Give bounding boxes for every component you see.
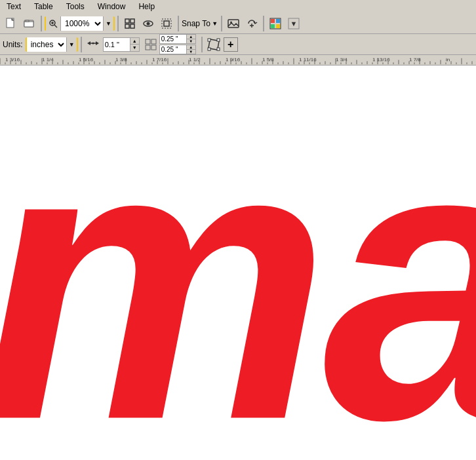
svg-rect-39	[208, 39, 210, 41]
canvas-area: main	[0, 66, 476, 460]
separator-1	[41, 16, 42, 31]
snap-values-container: ▲ ▼ ▲ ▼	[144, 34, 196, 54]
page: main	[0, 66, 476, 460]
svg-rect-13	[125, 24, 129, 28]
nudge-y-top-up[interactable]: ▲	[187, 35, 195, 39]
nudge-y-top-row: ▲ ▼	[159, 34, 196, 44]
svg-text:▼: ▼	[290, 20, 297, 28]
svg-rect-24	[271, 19, 275, 23]
nudge-y-container: ▲ ▼ ▲ ▼	[159, 34, 196, 54]
nudge-y-bottom-up[interactable]: ▲	[187, 45, 195, 50]
open-button[interactable]	[21, 15, 38, 32]
svg-rect-37	[151, 45, 156, 50]
svg-rect-6	[26, 20, 29, 22]
nudge-y-bottom-down[interactable]: ▼	[187, 50, 195, 54]
nudge-x-down[interactable]: ▼	[130, 45, 139, 51]
nudge-x-container: ▲ ▼	[103, 37, 140, 52]
svg-rect-41	[208, 48, 210, 50]
transform-button[interactable]	[205, 36, 222, 53]
color-button[interactable]	[267, 15, 284, 32]
svg-point-16	[147, 22, 150, 25]
svg-rect-36	[146, 45, 150, 50]
svg-line-8	[54, 25, 57, 28]
svg-rect-18	[164, 21, 169, 26]
snap-to-label: Snap To	[182, 19, 210, 28]
zoom-container: 25% 50% 75% 100% 150% 200% 400% 1000% ▼	[45, 16, 115, 31]
units-select[interactable]: inches cm mm picas points pixels	[27, 37, 66, 52]
svg-rect-12	[130, 19, 134, 23]
menu-window[interactable]: Window	[94, 1, 130, 12]
svg-rect-34	[146, 39, 150, 44]
separator-2	[117, 16, 119, 31]
new-button[interactable]	[3, 15, 20, 32]
view-button[interactable]	[140, 15, 157, 32]
nudge-x-up[interactable]: ▲	[130, 38, 139, 45]
toolbar-row-2: Units: inches cm mm picas points pixels …	[0, 34, 476, 55]
svg-rect-27	[276, 24, 280, 28]
units-dropdown-arrow[interactable]: ▼	[66, 37, 77, 52]
add-button[interactable]: +	[224, 37, 238, 52]
nudge-y-top-down[interactable]: ▼	[187, 39, 195, 43]
svg-point-33	[92, 43, 94, 45]
menu-text[interactable]: Text	[3, 1, 25, 12]
svg-rect-26	[271, 24, 275, 28]
svg-rect-19	[228, 20, 239, 28]
nudge-icon	[86, 36, 100, 52]
separator-6	[81, 37, 82, 52]
svg-rect-42	[217, 48, 220, 50]
separator-4	[221, 16, 222, 31]
snap-grid-icon	[144, 37, 158, 52]
svg-rect-40	[217, 39, 220, 41]
main-text-svg: main	[0, 66, 476, 460]
zoom-select[interactable]: 25% 50% 75% 100% 150% 200% 400% 1000%	[60, 16, 103, 31]
snap-to-dropdown[interactable]: ▼	[212, 16, 218, 31]
rotate-button[interactable]	[243, 15, 260, 32]
svg-rect-17	[162, 19, 171, 28]
menu-bar: Text Table Tools Window Help	[0, 0, 476, 13]
nudge-y-top-input[interactable]	[159, 34, 187, 44]
toolbar-row-1: 25% 50% 75% 100% 150% 200% 400% 1000% ▼ …	[0, 13, 476, 34]
svg-rect-35	[151, 39, 156, 44]
units-container: inches cm mm picas points pixels ▼	[26, 37, 78, 52]
frame-select-button[interactable]	[158, 15, 175, 32]
separator-5	[263, 16, 264, 31]
menu-help[interactable]: Help	[134, 1, 159, 12]
image-button[interactable]	[225, 15, 242, 32]
menu-table[interactable]: Table	[30, 1, 57, 12]
snap-to-container: Snap To ▼	[182, 16, 218, 31]
svg-marker-30	[87, 41, 90, 45]
svg-rect-25	[276, 19, 280, 23]
svg-rect-11	[125, 19, 129, 23]
svg-rect-14	[130, 24, 134, 28]
menu-tools[interactable]: Tools	[62, 1, 89, 12]
svg-text:main: main	[0, 66, 476, 460]
svg-rect-5	[24, 22, 33, 27]
ruler	[0, 55, 476, 66]
nudge-y-bottom-input[interactable]	[159, 45, 187, 54]
units-label: Units:	[3, 40, 23, 49]
zoom-icon[interactable]	[46, 16, 60, 31]
separator-3	[178, 16, 179, 31]
ruler-canvas	[0, 55, 476, 65]
zoom-dropdown-arrow[interactable]: ▼	[103, 16, 113, 31]
nudge-x-input[interactable]	[103, 37, 130, 52]
more-button[interactable]: ▼	[285, 15, 302, 32]
separator-7	[201, 37, 203, 52]
fit-page-button[interactable]	[121, 15, 138, 32]
svg-marker-31	[96, 41, 99, 45]
nudge-y-bottom-row: ▲ ▼	[159, 45, 196, 54]
